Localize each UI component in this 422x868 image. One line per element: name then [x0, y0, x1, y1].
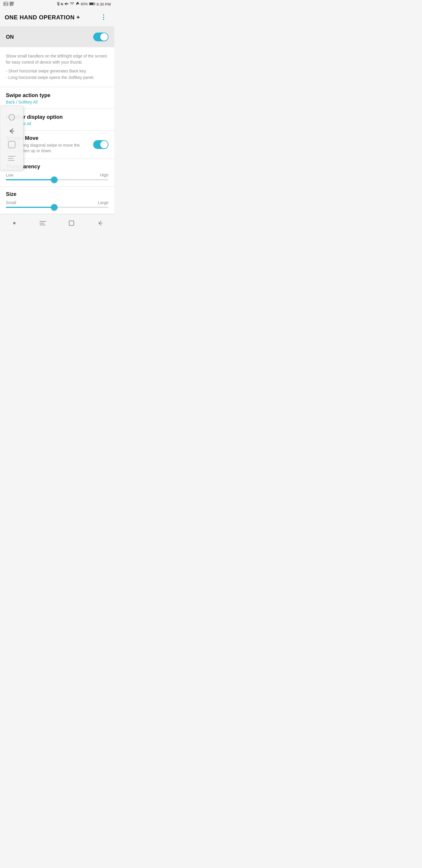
svg-rect-5: [10, 2, 11, 3]
svg-rect-27: [69, 221, 74, 225]
image-icon: [3, 2, 8, 7]
description-hint1: - Short horizontal swipe generates Back …: [6, 68, 108, 74]
description-hint2: - Long horizontal swipe opens the Softke…: [6, 74, 108, 81]
svg-point-17: [9, 114, 15, 120]
bluetooth-icon: [57, 2, 60, 7]
swipe-action-title: Swipe action type: [6, 92, 108, 98]
wifi-icon: [70, 2, 74, 6]
transparency-high-label: High: [100, 173, 108, 178]
on-label: ON: [6, 34, 14, 40]
svg-rect-19: [8, 141, 15, 148]
size-thumb: [51, 204, 58, 211]
svg-rect-16: [90, 3, 94, 5]
status-bar-right: N 80%: [57, 2, 111, 7]
clock: 6:30 PM: [97, 2, 111, 6]
size-slider[interactable]: [6, 207, 108, 208]
handler-icon-square: [8, 141, 16, 149]
size-title: Size: [6, 191, 108, 197]
bottom-nav: [0, 214, 114, 233]
description-block: Show small handlers on the left/right ed…: [0, 47, 114, 87]
app-title: ONE HAND OPERATION +: [5, 14, 80, 21]
status-bar-left: [3, 2, 14, 7]
transparency-fill: [6, 179, 54, 180]
qr-icon: [9, 2, 14, 7]
svg-rect-9: [13, 4, 13, 4]
svg-rect-6: [12, 2, 13, 3]
swipe-action-value: Back / Softkey All: [6, 100, 108, 104]
size-labels: Small Large: [6, 200, 108, 205]
handler-icon-menu: [8, 154, 16, 162]
more-options-button[interactable]: ⋮: [98, 12, 109, 22]
nav-recent[interactable]: [63, 218, 80, 228]
svg-point-23: [13, 222, 15, 224]
size-section: Size Small Large: [0, 186, 114, 214]
on-toggle-row: ON: [0, 27, 114, 47]
size-small-label: Small: [6, 200, 16, 205]
svg-point-1: [5, 3, 6, 3]
svg-line-12: [57, 4, 58, 5]
handler-overlay: [0, 105, 24, 170]
svg-rect-8: [12, 4, 12, 4]
transparency-labels: Low High: [6, 173, 108, 178]
mute-icon: [64, 2, 69, 7]
status-bar: N 80%: [0, 0, 114, 8]
main-toggle[interactable]: [93, 33, 108, 41]
transparency-thumb: [51, 177, 58, 183]
svg-rect-7: [10, 4, 11, 5]
toggle-knob: [100, 33, 108, 41]
description-main: Show small handlers on the left/right ed…: [6, 53, 108, 65]
svg-rect-10: [12, 4, 13, 5]
nav-back[interactable]: [91, 218, 109, 228]
svg-rect-0: [4, 2, 8, 6]
app-header: ONE HAND OPERATION + ⋮: [0, 8, 114, 27]
svg-rect-11: [12, 5, 13, 6]
handler-icon-circle: [8, 113, 16, 121]
nav-home[interactable]: [6, 218, 23, 228]
size-large-label: Large: [98, 200, 108, 205]
size-fill: [6, 207, 54, 208]
screen-move-toggle[interactable]: [93, 140, 108, 149]
handler-icon-back: [8, 127, 16, 135]
nfc-icon: N: [61, 2, 63, 6]
screen-move-toggle-knob: [100, 141, 108, 148]
airplane-icon: [75, 2, 80, 7]
battery-icon: [89, 2, 96, 6]
battery-percent: 80%: [81, 2, 88, 6]
transparency-low-label: Low: [6, 173, 13, 178]
transparency-slider[interactable]: [6, 179, 108, 180]
nav-menu[interactable]: [34, 218, 52, 228]
